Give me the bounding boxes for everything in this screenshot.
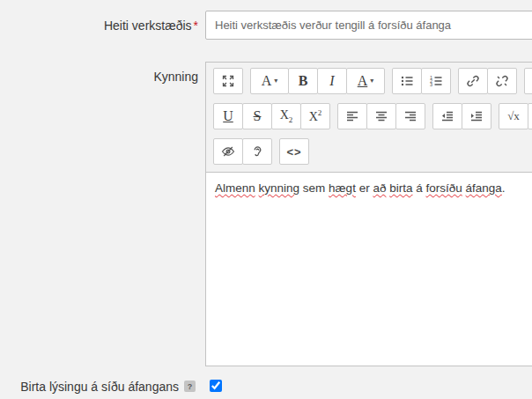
html-group: <>	[279, 138, 309, 165]
subscript-button[interactable]: X2	[271, 103, 301, 129]
help-icon[interactable]: ?	[184, 381, 196, 392]
show-description-label: Birta lýsingu á síðu áfangans	[0, 380, 179, 394]
align-right-button[interactable]	[395, 103, 425, 129]
superscript-glyph: X2	[309, 108, 322, 124]
link-button[interactable]	[458, 68, 488, 94]
content-word: áfanga	[466, 181, 502, 195]
svg-text:3: 3	[430, 82, 432, 87]
bullet-list-icon	[400, 74, 414, 88]
accessibility-group	[213, 138, 272, 165]
insert-group: √x	[499, 103, 532, 129]
toolbar-row-3: <>	[213, 138, 532, 165]
equation-glyph: √x	[507, 109, 520, 123]
intro-field-label-text: Kynning	[153, 70, 198, 84]
align-right-icon	[403, 109, 417, 123]
unlink-icon	[495, 74, 509, 88]
paragraph-style-button[interactable]: A ▾	[250, 68, 289, 94]
fullscreen-button[interactable]	[213, 68, 243, 94]
indent-group	[432, 103, 491, 129]
content-word: sem	[299, 181, 329, 195]
indent-button[interactable]	[462, 103, 491, 129]
name-field-label: Heiti verkstæðis*	[0, 18, 198, 33]
equation-button[interactable]: √x	[499, 103, 528, 129]
subscript-glyph: X2	[280, 108, 293, 124]
numbered-list-icon: 123	[429, 74, 443, 88]
paragraph-style-glyph: A	[262, 73, 272, 89]
html-source-button[interactable]: <>	[279, 138, 309, 165]
intro-field-label: Kynning	[0, 70, 198, 84]
collapse-group	[213, 68, 243, 94]
content-word: .	[502, 181, 506, 195]
content-word: kynning	[259, 181, 300, 195]
toolbar-row-2: U S X2 X2	[213, 103, 532, 129]
chevron-down-icon: ▾	[274, 78, 277, 85]
accessibility-checker-icon	[221, 144, 235, 159]
screenreader-helper-button[interactable]	[242, 138, 272, 165]
format-group: A ▾ B I A ▾	[250, 68, 385, 94]
list-group: 123	[392, 68, 451, 94]
font-color-button[interactable]: A ▾	[346, 68, 385, 94]
help-icon-glyph: ?	[188, 382, 193, 391]
show-description-label-text: Birta lýsingu á síðu áfangans	[20, 380, 179, 394]
media-group	[524, 68, 532, 94]
accessibility-checker-button[interactable]	[213, 138, 243, 165]
content-word: Almenn	[215, 181, 255, 195]
content-word: er	[356, 181, 373, 195]
superscript-button[interactable]: X2	[300, 103, 330, 129]
alignment-group	[337, 103, 425, 129]
align-center-button[interactable]	[366, 103, 396, 129]
editor-toolbar: A ▾ B I A ▾	[206, 63, 532, 165]
align-left-button[interactable]	[337, 103, 367, 129]
editor-content-area[interactable]: Almenn kynning sem hægt er að birta á fo…	[206, 172, 532, 366]
content-word: birta	[389, 181, 412, 195]
content-word: hægt	[329, 181, 356, 195]
align-left-icon	[345, 109, 359, 123]
underline-glyph: U	[223, 108, 233, 124]
align-center-icon	[374, 109, 388, 123]
underline-button[interactable]: U	[213, 103, 243, 129]
numbered-list-button[interactable]: 123	[421, 68, 451, 94]
font-color-glyph: A	[358, 73, 368, 89]
toolbar-row-1: A ▾ B I A ▾	[213, 68, 532, 94]
strikethrough-button[interactable]: S	[242, 103, 272, 129]
editor-content-text: Almenn kynning sem hægt er að birta á fo…	[215, 181, 532, 196]
screenreader-helper-icon	[250, 144, 264, 159]
name-field-label-text: Heiti verkstæðis	[104, 18, 192, 33]
italic-glyph: I	[329, 73, 334, 89]
strikethrough-glyph: S	[254, 108, 262, 124]
bold-glyph: B	[299, 73, 308, 89]
bullet-list-button[interactable]	[392, 68, 422, 94]
bold-button[interactable]: B	[288, 68, 318, 94]
intro-rich-text-editor: A ▾ B I A ▾	[205, 62, 532, 366]
html-source-glyph: <>	[286, 145, 301, 159]
link-group	[458, 68, 517, 94]
outdent-icon	[440, 109, 454, 123]
image-button[interactable]	[524, 68, 532, 94]
special-character-button[interactable]	[528, 103, 532, 129]
workshop-name-input[interactable]	[205, 11, 532, 40]
italic-button[interactable]: I	[317, 68, 347, 94]
outdent-button[interactable]	[432, 103, 462, 129]
show-description-checkbox[interactable]	[210, 380, 222, 392]
indent-icon	[469, 109, 484, 123]
required-asterisk: *	[194, 18, 198, 33]
unlink-button[interactable]	[487, 68, 517, 94]
text-style-group: U S X2 X2	[213, 103, 330, 129]
chevron-down-icon: ▾	[370, 78, 373, 85]
content-word: að	[373, 181, 386, 195]
content-word: forsíðu	[425, 181, 462, 195]
content-word: á	[412, 181, 425, 195]
fullscreen-icon	[221, 74, 235, 88]
link-icon	[466, 74, 480, 88]
